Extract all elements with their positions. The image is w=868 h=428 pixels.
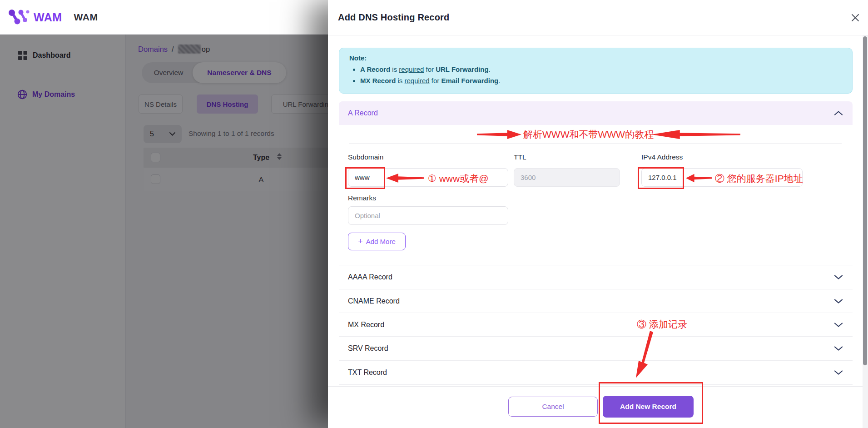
- annotation-step2-text: ② 您的服务器IP地址: [715, 172, 803, 185]
- divider: [328, 35, 868, 35]
- ttl-input[interactable]: [514, 168, 620, 187]
- accordion-cname-record[interactable]: CNAME Record: [339, 289, 853, 313]
- modal-backdrop[interactable]: [0, 35, 328, 428]
- accordion-a-record[interactable]: A Record: [339, 101, 853, 125]
- remarks-label: Remarks: [348, 194, 376, 202]
- annotation-arrow-down-icon: [630, 331, 655, 379]
- note-item: A Record is required for URL Forwarding.: [360, 64, 842, 75]
- add-more-label: Add More: [366, 238, 396, 245]
- annotation-arrow-left-icon: [386, 173, 424, 183]
- app-name: WAM: [74, 12, 98, 23]
- annotation-box-subdomain: [345, 167, 385, 189]
- note-box: Note: A Record is required for URL Forwa…: [339, 48, 853, 94]
- subdomain-label: Subdomain: [348, 153, 383, 161]
- annotation-arrow-left-icon: [686, 174, 712, 183]
- divider: [339, 384, 853, 385]
- ttl-label: TTL: [514, 153, 526, 161]
- accordion-label: AAAA Record: [348, 273, 392, 281]
- close-icon: [851, 13, 860, 22]
- modal-title: Add DNS Hosting Record: [338, 0, 450, 35]
- remarks-input[interactable]: [348, 206, 508, 225]
- chevron-down-icon: [834, 370, 843, 375]
- note-item: MX Record is required for Email Forwardi…: [360, 75, 842, 86]
- app-canvas: WAM WAM Dashboard My Domains ‹ Domains/o…: [0, 0, 868, 428]
- cancel-button[interactable]: Cancel: [508, 397, 598, 417]
- accordion-aaaa-record[interactable]: AAAA Record: [339, 265, 853, 289]
- wam-logo-icon: [7, 8, 31, 26]
- annotation-arrow-right-icon: [477, 129, 521, 139]
- divider: [328, 386, 868, 387]
- annotation-step3-text: ③ 添加记录: [637, 318, 687, 331]
- accordion-mx-record[interactable]: MX Record: [339, 313, 853, 336]
- accordion-txt-record[interactable]: TXT Record: [339, 360, 853, 384]
- accordion-label: MX Record: [348, 321, 384, 329]
- chevron-down-icon: [834, 299, 843, 304]
- modal-scrollbar-thumb[interactable]: [863, 36, 867, 365]
- chevron-down-icon: [834, 346, 843, 351]
- chevron-down-icon: [834, 275, 843, 279]
- accordion-label: CNAME Record: [348, 297, 400, 305]
- ipv4-address-label: IPv4 Address: [641, 153, 683, 161]
- chevron-down-icon: [834, 323, 843, 327]
- accordion-label: SRV Record: [348, 344, 388, 353]
- annotation-tutorial-text: 解析WWW和不带WWW的教程: [523, 128, 654, 141]
- logo-text: WAM: [34, 11, 62, 24]
- annotation-box-ipv4: [638, 167, 684, 189]
- plus-icon: +: [358, 237, 363, 246]
- chevron-up-icon: [834, 111, 843, 115]
- accordion-a-record-label: A Record: [348, 109, 378, 117]
- annotation-step1-text: ① www或者@: [428, 172, 488, 185]
- note-heading: Note:: [349, 54, 367, 62]
- close-button[interactable]: [849, 12, 861, 24]
- accordion-label: TXT Record: [348, 368, 387, 377]
- add-dns-record-modal: Add DNS Hosting Record Note: A Record is…: [328, 0, 868, 428]
- divider: [349, 143, 842, 144]
- annotation-arrow-left-icon: [651, 129, 740, 139]
- add-more-button[interactable]: + Add More: [348, 233, 406, 250]
- annotation-box-submit: [599, 382, 703, 424]
- brand: WAM WAM: [7, 9, 98, 26]
- accordion-srv-record[interactable]: SRV Record: [339, 336, 853, 360]
